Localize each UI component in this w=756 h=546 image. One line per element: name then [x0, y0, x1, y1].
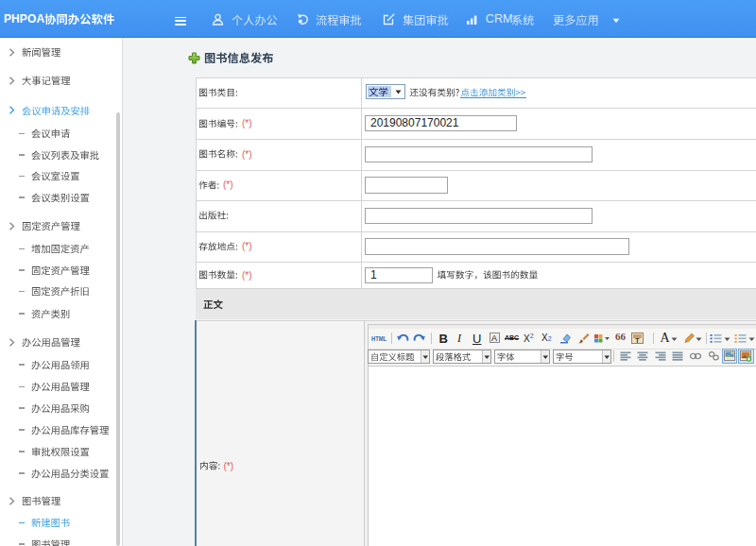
svg-text:T: T [635, 337, 640, 344]
